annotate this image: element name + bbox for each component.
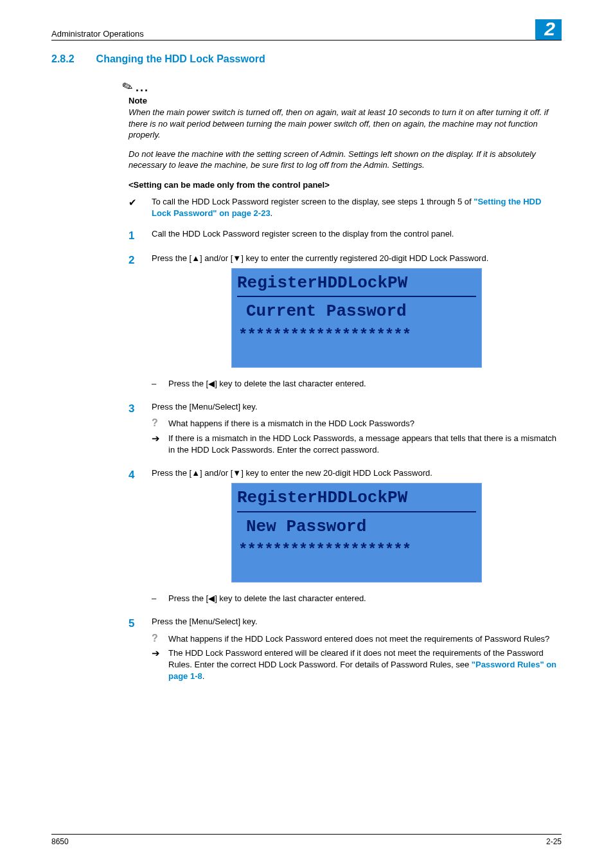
note-dots-icon: ... [136, 81, 149, 95]
step-number: 2 [129, 253, 140, 392]
section-title: Changing the HDD Lock Password [96, 53, 265, 65]
prereq-text-after: . [271, 208, 273, 218]
lcd-prompt: Current Password [237, 300, 476, 323]
lcd-value: ******************** [237, 539, 476, 561]
step-number: 3 [129, 401, 140, 458]
dash-icon: – [152, 378, 161, 390]
sub-item: – Press the [◀] key to delete the last c… [152, 378, 562, 390]
step-text: Press the [Menu/Select] key. [152, 401, 562, 413]
sub-text: Press the [◀] key to delete the last cha… [168, 593, 366, 604]
note-label: Note [129, 96, 562, 105]
lcd-value: ******************** [237, 325, 476, 347]
lcd-screenshot-current-password: RegisterHDDLockPW Current Password *****… [231, 268, 482, 368]
note-block: ✎ ... Note When the main power switch is… [129, 79, 562, 171]
faq-question: ? What happens if there is a mismatch in… [152, 418, 562, 429]
faq-question: ? What happens if the HDD Lock Password … [152, 633, 562, 645]
faq-answer-text: If there is a mismatch in the HDD Lock P… [168, 433, 562, 456]
sub-text: Press the [◀] key to delete the last cha… [168, 378, 366, 390]
faq-answer: ➔ If there is a mismatch in the HDD Lock… [152, 433, 562, 456]
faq-answer-after: . [202, 671, 205, 681]
note-paragraph-1: When the main power switch is turned off… [129, 107, 562, 141]
footer-model: 8650 [51, 837, 69, 846]
lcd-screenshot-new-password: RegisterHDDLockPW New Password *********… [231, 483, 482, 583]
dash-icon: – [152, 593, 161, 604]
page-header: Administrator Operations 2 [51, 19, 562, 41]
step-text: Call the HDD Lock Password register scre… [152, 228, 562, 244]
question-icon: ? [152, 418, 161, 429]
sub-item: – Press the [◀] key to delete the last c… [152, 593, 562, 604]
step-4: 4 Press the [▲] and/or [▼] key to enter … [129, 467, 562, 607]
chapter-number-badge: 2 [535, 19, 562, 40]
section-heading: 2.8.2 Changing the HDD Lock Password [51, 53, 562, 65]
step-text: Press the [▲] and/or [▼] key to enter th… [152, 253, 562, 264]
lcd-title: RegisterHDDLockPW [237, 271, 476, 297]
pencil-icon: ✎ [120, 78, 135, 96]
prereq-text-before: To call the HDD Lock Password register s… [152, 197, 474, 206]
arrow-right-icon: ➔ [152, 433, 161, 456]
lcd-title: RegisterHDDLockPW [237, 486, 476, 512]
checkmark-icon: ✔ [129, 195, 140, 209]
faq-question-text: What happens if the HDD Lock Password en… [168, 633, 549, 645]
step-2: 2 Press the [▲] and/or [▼] key to enter … [129, 253, 562, 392]
step-1: 1 Call the HDD Lock Password register sc… [129, 228, 562, 244]
footer-page-number: 2-25 [546, 837, 562, 846]
faq-question-text: What happens if there is a mismatch in t… [168, 418, 414, 429]
subsection-heading: <Setting can be made only from the contr… [129, 180, 562, 190]
step-text: Press the [▲] and/or [▼] key to enter th… [152, 467, 562, 479]
question-icon: ? [152, 633, 161, 645]
step-number: 1 [129, 228, 140, 244]
note-paragraph-2: Do not leave the machine with the settin… [129, 149, 562, 171]
step-number: 5 [129, 616, 140, 685]
header-title: Administrator Operations [51, 29, 144, 39]
section-number: 2.8.2 [51, 53, 75, 65]
step-text: Press the [Menu/Select] key. [152, 616, 562, 628]
arrow-right-icon: ➔ [152, 647, 161, 683]
prerequisite-item: ✔ To call the HDD Lock Password register… [129, 196, 562, 219]
step-number: 4 [129, 467, 140, 607]
step-3: 3 Press the [Menu/Select] key. ? What ha… [129, 401, 562, 458]
step-5: 5 Press the [Menu/Select] key. ? What ha… [129, 616, 562, 685]
faq-answer: ➔ The HDD Lock Password entered will be … [152, 647, 562, 683]
lcd-prompt: New Password [237, 515, 476, 538]
page-footer: 8650 2-25 [51, 834, 562, 846]
